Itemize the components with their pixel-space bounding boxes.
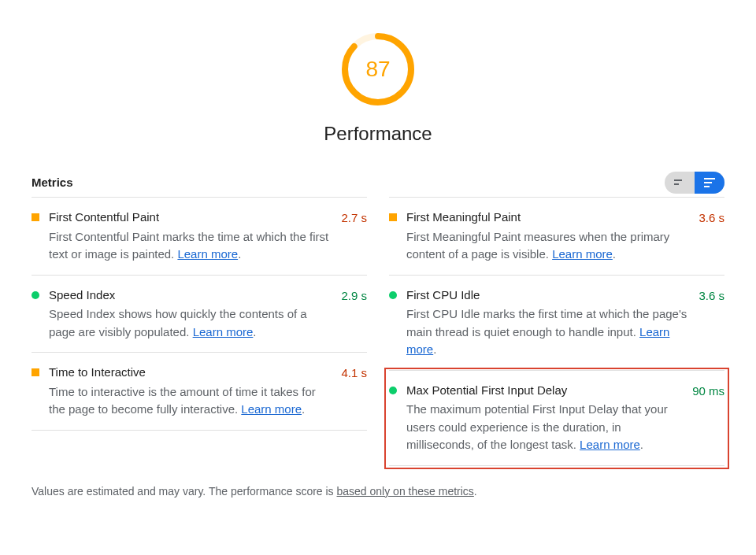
gauge-score-text: 87	[340, 31, 416, 107]
metric-body: First CPU IdleFirst CPU Idle marks the f…	[406, 287, 699, 359]
metric-value: 90 ms	[692, 383, 724, 401]
metrics-heading: Metrics	[32, 174, 73, 192]
status-average-icon	[32, 213, 39, 221]
metric-description: First Meaningful Paint measures when the…	[406, 228, 691, 264]
footnote-link[interactable]: based only on these metrics	[337, 485, 474, 498]
view-toggle-compact[interactable]	[665, 172, 695, 194]
metric-description: The maximum potential First Input Delay …	[406, 401, 684, 454]
status-average-icon	[32, 368, 39, 376]
category-title: Performance	[324, 120, 432, 148]
metric-title: First CPU Idle	[406, 287, 691, 305]
metric-body: Speed IndexSpeed Index shows how quickly…	[49, 287, 341, 342]
learn-more-link[interactable]: Learn more	[406, 325, 669, 357]
metric-row: First Meaningful PaintFirst Meaningful P…	[389, 198, 724, 276]
list-compact-icon	[674, 179, 685, 187]
footnote-text: Values are estimated and may vary. The p…	[32, 485, 337, 498]
svg-rect-6	[704, 186, 710, 187]
status-pass-icon	[389, 291, 397, 299]
metric-title: Max Potential First Input Delay	[406, 382, 684, 400]
svg-rect-4	[704, 178, 715, 179]
metric-row: First CPU IdleFirst CPU Idle marks the f…	[389, 276, 724, 371]
metrics-column-right: First Meaningful PaintFirst Meaningful P…	[389, 197, 724, 466]
learn-more-link[interactable]: Learn more	[580, 438, 640, 451]
metric-row: Speed IndexSpeed Index shows how quickly…	[32, 276, 367, 353]
metric-row: Max Potential First Input DelayThe maxim…	[389, 371, 724, 466]
svg-rect-2	[674, 179, 682, 181]
metric-title: Time to Interactive	[49, 364, 333, 382]
metric-value: 4.1 s	[341, 364, 367, 383]
metric-description: First CPU Idle marks the first time at w…	[406, 305, 691, 359]
learn-more-link[interactable]: Learn more	[241, 402, 302, 416]
gauge-circle: 87	[340, 31, 416, 107]
metric-body: First Meaningful PaintFirst Meaningful P…	[406, 209, 699, 264]
status-pass-icon	[32, 291, 39, 299]
metric-description: First Contentful Paint marks the time at…	[49, 228, 333, 264]
metric-title: Speed Index	[49, 287, 333, 305]
estimate-footnote: Values are estimated and may vary. The p…	[32, 483, 724, 500]
metrics-column-left: First Contentful PaintFirst Contentful P…	[32, 197, 367, 466]
status-pass-icon	[389, 387, 397, 394]
metric-description: Time to interactive is the amount of tim…	[49, 383, 333, 419]
metric-row: Time to InteractiveTime to interactive i…	[32, 353, 367, 431]
metric-value: 2.9 s	[341, 287, 367, 305]
list-expanded-icon	[704, 178, 715, 187]
metric-description: Speed Index shows how quickly the conten…	[49, 305, 333, 341]
learn-more-link[interactable]: Learn more	[193, 325, 254, 339]
score-gauge: 87 Performance	[32, 31, 724, 148]
learn-more-link[interactable]: Learn more	[552, 247, 613, 261]
learn-more-link[interactable]: Learn more	[177, 247, 238, 261]
metric-body: First Contentful PaintFirst Contentful P…	[49, 209, 341, 264]
metric-body: Max Potential First Input DelayThe maxim…	[406, 382, 692, 454]
view-toggle[interactable]	[665, 172, 724, 194]
metric-title: First Meaningful Paint	[406, 209, 691, 227]
view-toggle-expanded[interactable]	[695, 172, 724, 194]
svg-rect-5	[704, 182, 712, 183]
metric-title: First Contentful Paint	[49, 209, 333, 227]
metric-value: 3.6 s	[699, 209, 724, 228]
metric-value: 3.6 s	[699, 287, 724, 305]
metric-value: 2.7 s	[341, 209, 367, 228]
svg-rect-3	[674, 183, 679, 185]
metric-body: Time to InteractiveTime to interactive i…	[49, 364, 341, 419]
status-average-icon	[389, 213, 397, 221]
metric-row: First Contentful PaintFirst Contentful P…	[32, 198, 367, 276]
footnote-suffix: .	[474, 485, 477, 498]
